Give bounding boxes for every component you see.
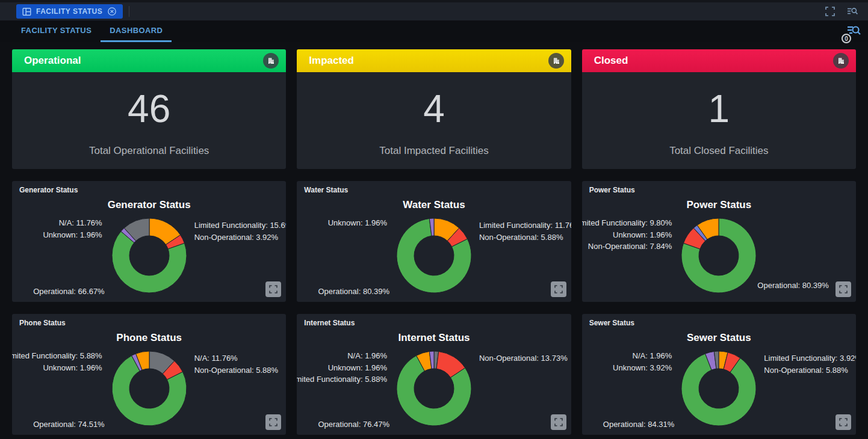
chart-labels-left: N/A: 1.96%Unknown: 1.96%Limited Function… xyxy=(297,350,387,385)
chart-label: Operational: 80.39% xyxy=(757,281,829,290)
chart-label: Non-Operational: 5.88% xyxy=(479,232,571,244)
chart-label: Unknown: 1.96% xyxy=(328,217,387,229)
chart-panel-water-status: Water Status Water Status Unknown: 1.96%… xyxy=(297,181,571,302)
chart-label: Operational: 80.39% xyxy=(318,287,389,296)
panel-title: Water Status xyxy=(304,186,348,194)
close-icon[interactable] xyxy=(107,7,117,16)
chart-title: Water Status xyxy=(297,199,571,211)
chart-label: Non-Operational: 5.88% xyxy=(764,364,856,376)
tab-bar: FACILITY STATUS DASHBOARD 0 xyxy=(0,20,868,42)
expand-chart-button[interactable] xyxy=(265,414,281,430)
chart-panel-phone-status: Phone Status Phone Status Limited Functi… xyxy=(12,314,286,435)
chart-label: Limited Functionality: 5.88% xyxy=(297,373,387,385)
card-subtitle: Total Operational Facilities xyxy=(12,145,286,157)
top-bar: FACILITY STATUS xyxy=(0,0,868,20)
chip-label: FACILITY STATUS xyxy=(36,7,102,16)
expand-chart-button[interactable] xyxy=(835,281,851,297)
chart-title: Generator Status xyxy=(12,199,286,211)
search-list-icon[interactable] xyxy=(847,7,858,16)
chart-label: N/A: 1.96% xyxy=(297,350,387,362)
panel-title: Generator Status xyxy=(19,186,78,194)
chart-labels-right: Non-Operational: 13.73% xyxy=(479,352,568,364)
total-count: 1 xyxy=(582,72,856,145)
chart-labels-left: N/A: 11.76%Unknown: 1.96% xyxy=(43,217,102,241)
card-header: Operational xyxy=(12,49,286,72)
chart-label: Operational: 66.67% xyxy=(33,287,105,296)
fullscreen-icon[interactable] xyxy=(825,7,835,16)
chart-label: N/A: 11.76% xyxy=(194,352,278,364)
chart-label: Limited Functionality: 3.92% xyxy=(764,352,856,364)
chart-label: Limited Functionality: 5.88% xyxy=(12,350,102,362)
chart-label: Non-Operational: 5.88% xyxy=(194,364,278,376)
panel-title: Phone Status xyxy=(19,319,66,327)
chart-label: Non-Operational: 7.84% xyxy=(582,241,672,253)
summary-card-operational: Operational 46 Total Operational Facilit… xyxy=(12,49,286,169)
chart-panel-internet-status: Internet Status Internet Status N/A: 1.9… xyxy=(297,314,571,435)
donut-chart xyxy=(680,217,757,294)
expand-chart-button[interactable] xyxy=(265,281,281,297)
dashboard-layout-icon xyxy=(22,7,31,16)
building-icon[interactable] xyxy=(833,53,849,69)
chart-label: Limited Functionality: 11.76% xyxy=(479,220,571,232)
chart-label: Unknown: 1.96% xyxy=(297,362,387,374)
card-header: Impacted xyxy=(297,49,571,72)
result-count-badge: 0 xyxy=(842,34,851,43)
chart-label: Unknown: 3.92% xyxy=(613,362,672,374)
dashboard-grid: Operational 46 Total Operational Facilit… xyxy=(0,42,868,439)
chart-label: Limited Functionality: 15.69% xyxy=(194,220,287,232)
panel-title: Sewer Status xyxy=(589,319,634,327)
chart-labels-right: Limited Functionality: 11.76%Non-Operati… xyxy=(479,220,571,243)
card-title: Operational xyxy=(24,55,81,67)
building-icon[interactable] xyxy=(548,53,564,69)
chart-label: Operational: 74.51% xyxy=(33,420,105,429)
donut-chart xyxy=(395,217,473,294)
panel-title: Internet Status xyxy=(304,319,355,327)
chart-labels-left: Unknown: 1.96% xyxy=(328,217,387,229)
chart-title: Power Status xyxy=(582,199,856,211)
chart-panel-power-status: Power Status Power Status Limited Functi… xyxy=(582,181,856,302)
tab-dashboard[interactable]: DASHBOARD xyxy=(101,20,172,42)
total-count: 46 xyxy=(12,72,286,145)
card-title: Closed xyxy=(594,55,628,67)
chart-labels-left: Limited Functionality: 5.88%Unknown: 1.9… xyxy=(12,350,102,373)
chart-title: Phone Status xyxy=(12,332,286,344)
chart-label: Unknown: 1.96% xyxy=(582,229,672,241)
chart-labels-right: Limited Functionality: 3.92%Non-Operatio… xyxy=(764,352,856,376)
tab-facility-status[interactable]: FACILITY STATUS xyxy=(12,20,101,42)
building-icon[interactable] xyxy=(263,53,279,69)
expand-chart-button[interactable] xyxy=(551,414,566,430)
chart-label: N/A: 1.96% xyxy=(613,350,672,362)
donut-chart xyxy=(111,217,188,294)
chart-label: Limited Functionality: 9.80% xyxy=(582,217,672,229)
chart-label: Unknown: 1.96% xyxy=(43,229,102,241)
chart-labels-left: N/A: 1.96%Unknown: 3.92% xyxy=(613,350,672,373)
chart-title: Internet Status xyxy=(297,332,571,344)
chart-label: Unknown: 1.96% xyxy=(12,362,102,374)
total-count: 4 xyxy=(297,72,571,145)
chart-label: Non-Operational: 13.73% xyxy=(479,352,568,364)
chart-label: Operational: 84.31% xyxy=(603,420,675,429)
expand-chart-button[interactable] xyxy=(551,281,566,297)
chart-label: Non-Operational: 3.92% xyxy=(194,232,287,244)
divider xyxy=(129,6,129,17)
card-subtitle: Total Impacted Facilities xyxy=(297,145,571,157)
chart-label: N/A: 11.76% xyxy=(43,217,102,229)
summary-card-closed: Closed 1 Total Closed Facilities xyxy=(582,49,856,169)
panel-title: Power Status xyxy=(589,186,635,194)
search-results-button[interactable]: 0 xyxy=(845,24,861,41)
donut-chart xyxy=(395,350,473,427)
chart-labels-right: Limited Functionality: 15.69%Non-Operati… xyxy=(194,220,287,243)
chart-labels-left: Limited Functionality: 9.80%Unknown: 1.9… xyxy=(582,217,672,253)
chart-labels-right: N/A: 11.76%Non-Operational: 5.88% xyxy=(194,352,278,376)
chart-panel-generator-status: Generator Status Generator Status N/A: 1… xyxy=(12,181,286,302)
chart-title: Sewer Status xyxy=(582,332,856,344)
card-title: Impacted xyxy=(309,55,354,67)
facility-status-tab-chip[interactable]: FACILITY STATUS xyxy=(16,4,123,19)
card-header: Closed xyxy=(582,49,856,72)
donut-chart xyxy=(680,350,757,427)
card-subtitle: Total Closed Facilities xyxy=(582,145,856,157)
donut-chart xyxy=(111,350,188,427)
expand-chart-button[interactable] xyxy=(835,414,851,430)
chart-panel-sewer-status: Sewer Status Sewer Status N/A: 1.96%Unkn… xyxy=(582,314,856,435)
summary-card-impacted: Impacted 4 Total Impacted Facilities xyxy=(297,49,571,169)
